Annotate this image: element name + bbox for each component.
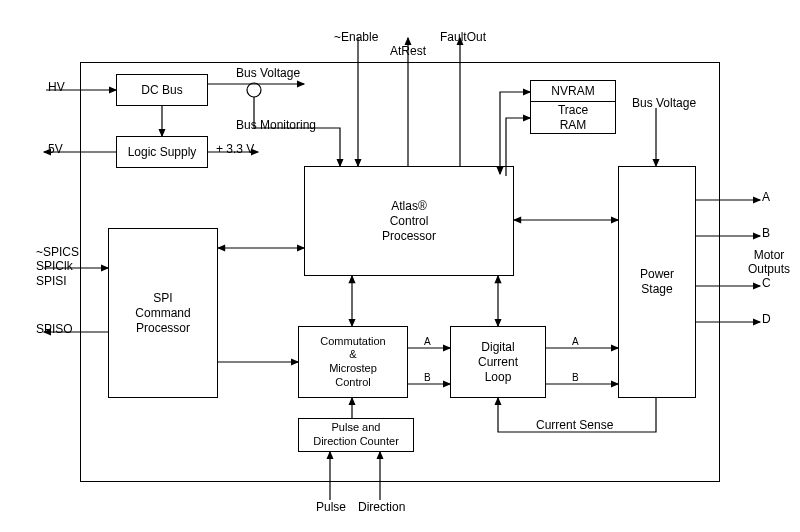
block-spi-command-processor: SPI Command Processor <box>108 228 218 398</box>
block-atlas-control-processor: Atlas® Control Processor <box>304 166 514 276</box>
label-bus-voltage: Bus Voltage <box>236 66 300 80</box>
label-3v3: + 3.3 V <box>216 142 254 156</box>
block-logic-supply: Logic Supply <box>116 136 208 168</box>
label-comm-a: A <box>424 336 431 348</box>
block-commutation-microstep: Commutation & Microstep Control <box>298 326 408 398</box>
label-phase-b: B <box>762 226 770 240</box>
block-diagram: DC Bus Logic Supply SPI Command Processo… <box>0 0 800 532</box>
label-phase-c: C <box>762 276 771 290</box>
label-pulse: Pulse <box>316 500 346 514</box>
label-atrest: AtRest <box>390 44 426 58</box>
label-dcl-b: B <box>572 372 579 384</box>
label-dcl-a: A <box>572 336 579 348</box>
label-bus-monitoring: Bus Monitoring <box>236 118 316 132</box>
label-faultout: FaultOut <box>440 30 486 44</box>
label-direction: Direction <box>358 500 405 514</box>
label-phase-a: A <box>762 190 770 204</box>
label-phase-d: D <box>762 312 771 326</box>
label-bus-voltage-2: Bus Voltage <box>632 96 696 110</box>
label-spi-in: ~SPICS SPIClk SPISI <box>36 245 79 288</box>
block-digital-current-loop: Digital Current Loop <box>450 326 546 398</box>
label-spiso: SPISO <box>36 322 73 336</box>
label-hv: HV <box>48 80 65 94</box>
block-pulse-direction-counter: Pulse and Direction Counter <box>298 418 414 452</box>
label-current-sense: Current Sense <box>536 418 613 432</box>
label-enable: ~Enable <box>334 30 378 44</box>
label-motor-outputs: Motor Outputs <box>748 248 790 277</box>
label-5v: 5V <box>48 142 63 156</box>
block-dc-bus: DC Bus <box>116 74 208 106</box>
label-comm-b: B <box>424 372 431 384</box>
block-power-stage: Power Stage <box>618 166 696 398</box>
block-nvram: NVRAM <box>530 80 616 102</box>
block-trace-ram: Trace RAM <box>530 102 616 134</box>
